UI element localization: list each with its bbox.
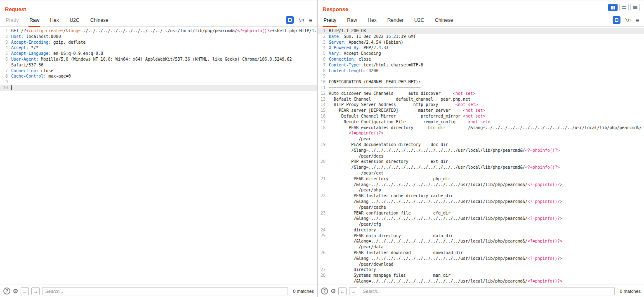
line-content[interactable]: Content-Length: 4200 [329,68,644,74]
editor-line[interactable]: 2Date: Sun, 11 Dec 2022 15:21:39 GMT [318,34,644,40]
search-next-button[interactable]: → [31,287,40,295]
editor-line[interactable]: 10CONFIGURATION (CHANNEL PEAR.PHP.NET): [318,79,644,85]
request-tab-hex[interactable]: Hex [49,14,59,27]
editor-line[interactable]: 22 PEAR Installer cache directory cache_… [318,193,644,199]
line-content[interactable]: PEAR documentation directory doc_dir [329,142,644,148]
editor-settings-icon[interactable] [286,16,294,24]
line-content[interactable]: PEAR directory php_dir [329,176,644,182]
request-tab-chinese[interactable]: Chinese [90,14,109,27]
editor-line[interactable]: 19 PEAR documentation directory doc_dir [318,142,644,148]
layout-single-button[interactable] [630,4,640,11]
editor-line[interactable]: 24 directory [318,227,644,233]
layout-side-by-side-button[interactable] [608,4,618,11]
editor-line[interactable]: 15 PEAR server [DEPRECATED] master_serve… [318,108,644,113]
search-prev-button[interactable]: ← [21,287,29,295]
editor-line[interactable]: 6Connection: close [318,57,644,62]
line-content[interactable]: directory [329,267,644,273]
search-prev-button[interactable]: ← [338,287,347,295]
response-tab-render[interactable]: Render [387,14,404,27]
editor-line[interactable]: 5Vary: Accept-Encoding [318,51,644,57]
editor-line[interactable]: 14 HTTP Proxy Server Address http_proxy … [318,102,644,108]
line-content[interactable]: Vary: Accept-Encoding [329,51,644,57]
line-content[interactable]: /pear/docs [329,153,644,159]
nonprinting-chars-toggle-icon[interactable]: \n [299,17,304,23]
search-next-button[interactable]: → [349,287,357,295]
line-content[interactable]: HTTP Proxy Server Address http_proxy <no… [329,102,644,108]
editor-line[interactable]: 23 PEAR configuration file cfg_dir [318,210,644,216]
line-content[interactable]: Default Channel Mirror preferred_mirror … [329,113,644,119]
line-content[interactable]: User-Agent: Mozilla/5.0 (Windows NT 10.0… [11,57,317,62]
nonprinting-chars-toggle-icon[interactable]: \n [625,17,631,23]
line-content[interactable]: Content-Type: text/html; charset=UTF-8 [329,62,644,68]
response-tab-raw[interactable]: Raw [346,14,358,27]
editor-line[interactable]: /pear/docs [318,153,644,159]
line-content[interactable]: Accept-Encoding: gzip, deflate [11,40,317,45]
line-content[interactable]: HTTP/1.1 200 OK [329,28,644,34]
editor-line[interactable]: Safari/537.36 [0,62,317,68]
editor-line[interactable]: 21 PEAR directory php_dir [318,176,644,182]
line-content[interactable]: Remote Configuration File remote_config … [329,119,644,125]
line-content[interactable]: X-Powered-By: PHP/7.4.33 [329,45,644,51]
editor-line[interactable]: 27 directory [318,267,644,273]
editor-line[interactable]: 26 PEAR Installer download download_dir [318,250,644,256]
editor-line[interactable]: 3Server: Apache/2.4.54 (Debian) [318,40,644,45]
editor-line[interactable]: /pear [318,136,644,142]
line-content[interactable]: PEAR server [DEPRECATED] master_server <… [329,108,644,113]
search-help-icon[interactable]: ? [321,288,328,295]
editor-line[interactable]: 18 PEAR executables directory bin_dir /&… [318,125,644,131]
line-content[interactable]: Auto-discover new Channels auto_discover… [329,91,644,97]
layout-stacked-button[interactable] [619,4,629,11]
line-content[interactable] [11,79,317,85]
response-tab-pretty[interactable]: Pretty [323,14,337,27]
request-tab-pretty[interactable]: Pretty [5,14,19,27]
line-content[interactable]: /pear/cfg [329,222,644,227]
editor-line[interactable]: 7Content-Type: text/html; charset=UTF-8 [318,62,644,68]
editor-line[interactable]: 5Accept-Language: en-US;q=0.9,en;q=0.8 [0,51,317,57]
editor-line[interactable]: 12Auto-discover new Channels auto_discov… [318,91,644,97]
line-content[interactable]: Host: localhost:8080 [11,34,317,40]
line-content[interactable]: CONFIGURATION (CHANNEL PEAR.PHP.NET): [329,79,644,85]
editor-line[interactable]: 8Content-Length: 4200 [318,68,644,74]
line-content[interactable]: Accept-Language: en-US;q=0.9,en;q=0.8 [11,51,317,57]
line-content[interactable]: Systems manpage files man_dir [329,273,644,278]
request-tab-u2c[interactable]: U2C [69,14,80,27]
line-content[interactable]: /&lang=../../../../../../../../../../../… [329,148,644,153]
editor-line[interactable]: 25 PEAR data directory data_dir [318,233,644,239]
line-content[interactable] [11,85,317,91]
editor-line[interactable]: /&lang=../../../../../../../../../../../… [318,199,644,205]
editor-line[interactable]: /&lang=../../../../../../../../../../../… [318,278,644,284]
response-tab-u2c[interactable]: U2C [413,14,425,27]
line-content[interactable]: /&lang=../../../../../../../../../../../… [329,238,644,244]
line-content[interactable]: Safari/537.36 [11,62,317,68]
editor-line[interactable]: 17 Remote Configuration File remote_conf… [318,119,644,125]
line-content[interactable]: PEAR data directory data_dir [329,233,644,239]
line-content[interactable]: <?=phpinfo()?> [329,130,644,136]
editor-line[interactable]: /pear/cfg [318,222,644,227]
line-content[interactable]: Connection: close [11,68,317,74]
editor-line[interactable]: 8Cache-Control: max-age=0 [0,73,317,79]
line-content[interactable]: /&lang=../../../../../../../../../../../… [329,182,644,188]
editor-menu-icon[interactable]: ≡ [636,17,639,24]
line-content[interactable]: /pear [329,136,644,142]
editor-settings-icon[interactable] [613,16,620,24]
line-content[interactable]: /&lang=../../../../../../../../../../../… [329,216,644,222]
editor-line[interactable]: 11===================================== [318,85,644,91]
response-tab-chinese[interactable]: Chinese [434,14,454,27]
response-editor[interactable]: 1HTTP/1.1 200 OK2Date: Sun, 11 Dec 2022 … [318,27,644,285]
request-search-input[interactable] [42,287,288,295]
editor-line[interactable]: 4Accept: */* [0,45,317,51]
line-content[interactable]: /pear/download [329,262,644,267]
line-content[interactable]: directory [329,227,644,233]
editor-line[interactable]: 28 Systems manpage files man_dir [318,273,644,278]
editor-line[interactable]: 2Host: localhost:8080 [0,34,317,40]
search-settings-icon[interactable]: ⚙ [13,288,18,294]
line-content[interactable]: /pear/cache [329,205,644,210]
line-content[interactable]: /&lang=../../../../../../../../../../../… [329,256,644,262]
editor-line[interactable]: 7Connection: close [0,68,317,74]
line-content[interactable]: /pear/php [329,187,644,193]
editor-line[interactable]: /pear/php [318,187,644,193]
line-content[interactable]: /&lang=../../../../../../../../../../../… [329,278,644,284]
response-search-input[interactable] [360,287,615,295]
search-help-icon[interactable]: ? [3,288,10,295]
search-settings-icon[interactable]: ⚙ [330,288,336,294]
